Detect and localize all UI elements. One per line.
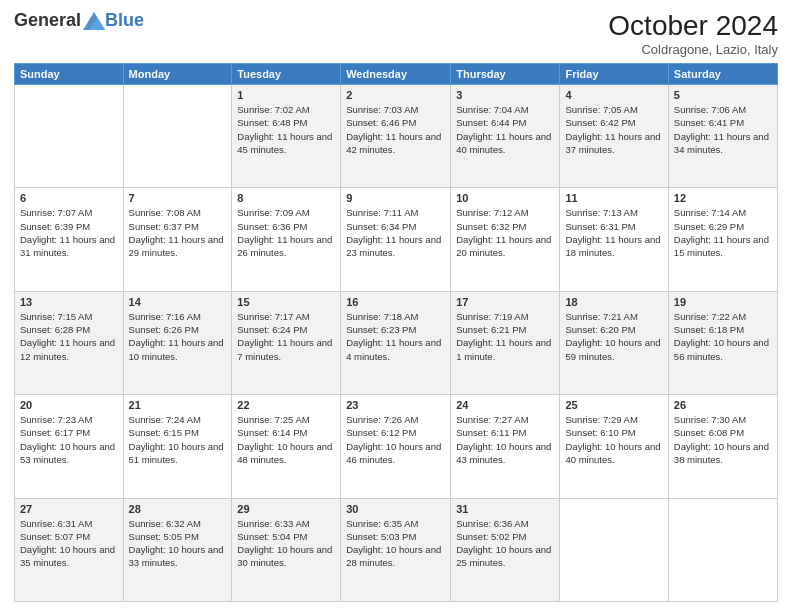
sunrise: Sunrise: 6:36 AM — [456, 518, 528, 529]
calendar-cell: 20Sunrise: 7:23 AMSunset: 6:17 PMDayligh… — [15, 395, 124, 498]
calendar-cell: 11Sunrise: 7:13 AMSunset: 6:31 PMDayligh… — [560, 188, 668, 291]
daylight: Daylight: 10 hours and 51 minutes. — [129, 441, 224, 465]
weekday-header: Friday — [560, 64, 668, 85]
day-info: Sunrise: 7:19 AMSunset: 6:21 PMDaylight:… — [456, 310, 554, 363]
day-number: 26 — [674, 399, 772, 411]
sunset: Sunset: 6:29 PM — [674, 221, 744, 232]
day-info: Sunrise: 7:26 AMSunset: 6:12 PMDaylight:… — [346, 413, 445, 466]
calendar-cell: 26Sunrise: 7:30 AMSunset: 6:08 PMDayligh… — [668, 395, 777, 498]
day-number: 4 — [565, 89, 662, 101]
sunset: Sunset: 6:41 PM — [674, 117, 744, 128]
day-info: Sunrise: 7:27 AMSunset: 6:11 PMDaylight:… — [456, 413, 554, 466]
sunrise: Sunrise: 6:33 AM — [237, 518, 309, 529]
weekday-header: Wednesday — [341, 64, 451, 85]
sunrise: Sunrise: 7:03 AM — [346, 104, 418, 115]
weekday-header: Monday — [123, 64, 232, 85]
sunrise: Sunrise: 7:11 AM — [346, 207, 418, 218]
month-title: October 2024 — [608, 10, 778, 42]
calendar-cell — [123, 85, 232, 188]
daylight: Daylight: 10 hours and 25 minutes. — [456, 544, 551, 568]
day-info: Sunrise: 7:18 AMSunset: 6:23 PMDaylight:… — [346, 310, 445, 363]
calendar-cell: 16Sunrise: 7:18 AMSunset: 6:23 PMDayligh… — [341, 291, 451, 394]
calendar-cell: 18Sunrise: 7:21 AMSunset: 6:20 PMDayligh… — [560, 291, 668, 394]
logo-area: General Blue — [14, 10, 144, 31]
day-number: 1 — [237, 89, 335, 101]
daylight: Daylight: 11 hours and 23 minutes. — [346, 234, 441, 258]
day-info: Sunrise: 7:11 AMSunset: 6:34 PMDaylight:… — [346, 206, 445, 259]
sunset: Sunset: 6:24 PM — [237, 324, 307, 335]
daylight: Daylight: 11 hours and 34 minutes. — [674, 131, 769, 155]
day-number: 20 — [20, 399, 118, 411]
day-number: 5 — [674, 89, 772, 101]
sunset: Sunset: 6:34 PM — [346, 221, 416, 232]
day-info: Sunrise: 6:32 AMSunset: 5:05 PMDaylight:… — [129, 517, 227, 570]
calendar: SundayMondayTuesdayWednesdayThursdayFrid… — [14, 63, 778, 602]
day-info: Sunrise: 7:09 AMSunset: 6:36 PMDaylight:… — [237, 206, 335, 259]
day-info: Sunrise: 6:36 AMSunset: 5:02 PMDaylight:… — [456, 517, 554, 570]
calendar-cell: 24Sunrise: 7:27 AMSunset: 6:11 PMDayligh… — [451, 395, 560, 498]
calendar-cell: 14Sunrise: 7:16 AMSunset: 6:26 PMDayligh… — [123, 291, 232, 394]
day-info: Sunrise: 7:06 AMSunset: 6:41 PMDaylight:… — [674, 103, 772, 156]
daylight: Daylight: 10 hours and 53 minutes. — [20, 441, 115, 465]
sunset: Sunset: 6:32 PM — [456, 221, 526, 232]
daylight: Daylight: 10 hours and 30 minutes. — [237, 544, 332, 568]
calendar-cell — [668, 498, 777, 601]
day-info: Sunrise: 7:03 AMSunset: 6:46 PMDaylight:… — [346, 103, 445, 156]
weekday-header: Sunday — [15, 64, 124, 85]
day-number: 10 — [456, 192, 554, 204]
sunrise: Sunrise: 7:02 AM — [237, 104, 309, 115]
sunset: Sunset: 6:17 PM — [20, 427, 90, 438]
sunset: Sunset: 5:07 PM — [20, 531, 90, 542]
calendar-cell: 25Sunrise: 7:29 AMSunset: 6:10 PMDayligh… — [560, 395, 668, 498]
sunset: Sunset: 6:15 PM — [129, 427, 199, 438]
daylight: Daylight: 10 hours and 33 minutes. — [129, 544, 224, 568]
sunrise: Sunrise: 7:25 AM — [237, 414, 309, 425]
calendar-cell: 19Sunrise: 7:22 AMSunset: 6:18 PMDayligh… — [668, 291, 777, 394]
sunrise: Sunrise: 7:16 AM — [129, 311, 201, 322]
page: General Blue October 2024 Coldragone, La… — [0, 0, 792, 612]
sunrise: Sunrise: 7:05 AM — [565, 104, 637, 115]
daylight: Daylight: 11 hours and 15 minutes. — [674, 234, 769, 258]
day-number: 7 — [129, 192, 227, 204]
day-number: 31 — [456, 503, 554, 515]
sunset: Sunset: 6:39 PM — [20, 221, 90, 232]
calendar-cell: 15Sunrise: 7:17 AMSunset: 6:24 PMDayligh… — [232, 291, 341, 394]
logo-general-text: General — [14, 10, 81, 31]
calendar-cell: 8Sunrise: 7:09 AMSunset: 6:36 PMDaylight… — [232, 188, 341, 291]
calendar-cell: 4Sunrise: 7:05 AMSunset: 6:42 PMDaylight… — [560, 85, 668, 188]
day-number: 3 — [456, 89, 554, 101]
sunset: Sunset: 6:26 PM — [129, 324, 199, 335]
sunrise: Sunrise: 7:14 AM — [674, 207, 746, 218]
subtitle: Coldragone, Lazio, Italy — [608, 42, 778, 57]
sunset: Sunset: 6:42 PM — [565, 117, 635, 128]
day-number: 11 — [565, 192, 662, 204]
calendar-cell: 10Sunrise: 7:12 AMSunset: 6:32 PMDayligh… — [451, 188, 560, 291]
daylight: Daylight: 10 hours and 46 minutes. — [346, 441, 441, 465]
calendar-header-row: SundayMondayTuesdayWednesdayThursdayFrid… — [15, 64, 778, 85]
sunrise: Sunrise: 7:24 AM — [129, 414, 201, 425]
day-info: Sunrise: 7:24 AMSunset: 6:15 PMDaylight:… — [129, 413, 227, 466]
daylight: Daylight: 11 hours and 1 minute. — [456, 337, 551, 361]
sunrise: Sunrise: 7:15 AM — [20, 311, 92, 322]
daylight: Daylight: 11 hours and 12 minutes. — [20, 337, 115, 361]
sunrise: Sunrise: 6:32 AM — [129, 518, 201, 529]
daylight: Daylight: 10 hours and 56 minutes. — [674, 337, 769, 361]
calendar-week-row: 27Sunrise: 6:31 AMSunset: 5:07 PMDayligh… — [15, 498, 778, 601]
weekday-header: Thursday — [451, 64, 560, 85]
calendar-week-row: 20Sunrise: 7:23 AMSunset: 6:17 PMDayligh… — [15, 395, 778, 498]
day-number: 23 — [346, 399, 445, 411]
day-number: 2 — [346, 89, 445, 101]
sunrise: Sunrise: 7:30 AM — [674, 414, 746, 425]
day-info: Sunrise: 6:31 AMSunset: 5:07 PMDaylight:… — [20, 517, 118, 570]
day-info: Sunrise: 6:35 AMSunset: 5:03 PMDaylight:… — [346, 517, 445, 570]
day-info: Sunrise: 7:15 AMSunset: 6:28 PMDaylight:… — [20, 310, 118, 363]
sunset: Sunset: 6:28 PM — [20, 324, 90, 335]
sunrise: Sunrise: 7:23 AM — [20, 414, 92, 425]
sunrise: Sunrise: 7:21 AM — [565, 311, 637, 322]
logo-blue-text: Blue — [105, 10, 144, 31]
sunset: Sunset: 6:20 PM — [565, 324, 635, 335]
day-info: Sunrise: 7:04 AMSunset: 6:44 PMDaylight:… — [456, 103, 554, 156]
sunset: Sunset: 6:23 PM — [346, 324, 416, 335]
calendar-cell: 13Sunrise: 7:15 AMSunset: 6:28 PMDayligh… — [15, 291, 124, 394]
sunset: Sunset: 6:21 PM — [456, 324, 526, 335]
